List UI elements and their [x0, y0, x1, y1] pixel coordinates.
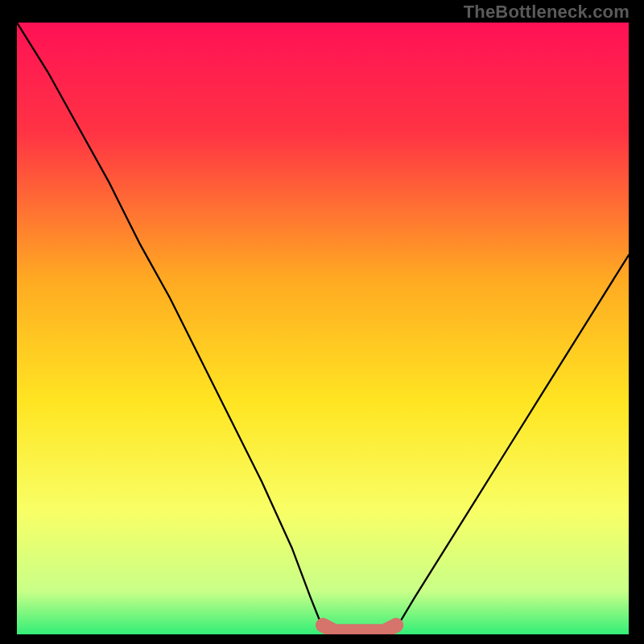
optimal-band-path	[323, 625, 396, 632]
chart-frame: TheBottleneck.com	[0, 0, 644, 644]
bottleneck-plot	[17, 23, 629, 634]
watermark-label: TheBottleneck.com	[464, 2, 630, 23]
gradient-background	[17, 23, 629, 634]
